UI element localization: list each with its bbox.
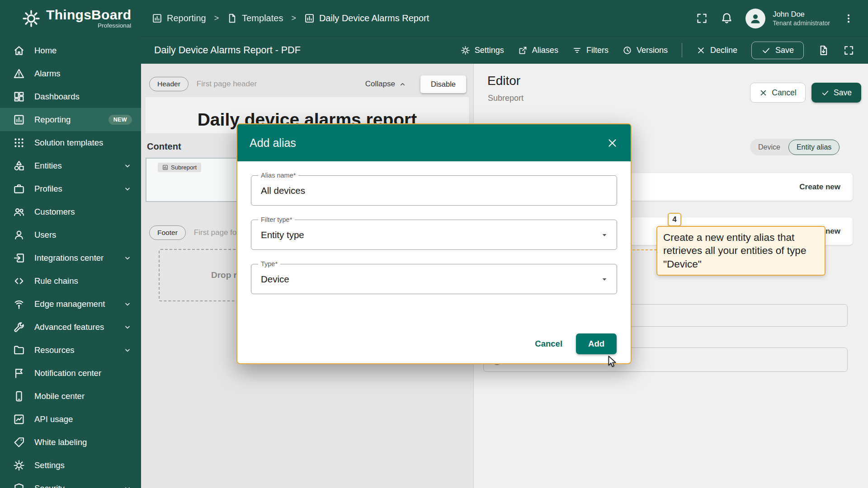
- toolbar-action-label: Versions: [637, 46, 668, 55]
- sidebar-item-label: Customers: [34, 207, 132, 217]
- editor-save-button[interactable]: Save: [811, 83, 861, 103]
- check-icon: [821, 89, 830, 97]
- brand[interactable]: ThingsBoard Professional: [0, 8, 152, 29]
- top-app-bar: ThingsBoard Professional Reporting>Templ…: [0, 0, 868, 37]
- reporting-icon: [152, 13, 162, 23]
- sidebar-item-label: Edge management: [34, 299, 113, 309]
- sidebar-item-notification-center[interactable]: Notification center: [0, 361, 141, 385]
- header-section-chip[interactable]: Header: [149, 77, 189, 91]
- chevron-down-icon: [123, 300, 132, 309]
- tutorial-tooltip: Create a new entity alias that retrieves…: [656, 226, 826, 276]
- sidebar-item-profiles[interactable]: Profiles: [0, 177, 141, 200]
- sidebar-item-customers[interactable]: Customers: [0, 200, 141, 223]
- dropdown-caret-icon: [599, 230, 609, 240]
- toolbar-versions-button[interactable]: Versions: [623, 46, 668, 55]
- dropdown-caret-icon: [599, 274, 609, 284]
- breadcrumb-label: Daily Device Alarms Report: [319, 13, 429, 23]
- modal-field-alias-name[interactable]: Alias name* All devices: [251, 175, 617, 206]
- thingsboard-logo-icon: [22, 9, 41, 28]
- sidebar-item-label: Resources: [34, 345, 113, 355]
- sidebar: Home Alarms Dashboards Reporting NEW Sol…: [0, 37, 141, 488]
- report-doc-icon: [304, 13, 315, 23]
- subreport-icon: [162, 164, 168, 170]
- create-new-link[interactable]: Create new: [799, 183, 840, 192]
- header-section-hint: First page header: [197, 80, 257, 89]
- sidebar-item-rule-chains[interactable]: Rule chains: [0, 269, 141, 292]
- breadcrumb-reporting[interactable]: Reporting: [152, 13, 206, 23]
- toggle-option-device[interactable]: Device: [750, 140, 788, 155]
- editor-subtitle: Subreport: [488, 94, 524, 103]
- gear-icon: [461, 46, 470, 55]
- close-icon: [696, 46, 706, 55]
- breadcrumb-separator: >: [291, 14, 296, 23]
- topbar-actions: John Doe Tenant administrator: [696, 9, 868, 28]
- sidebar-item-integrations-center[interactable]: Integrations center: [0, 246, 141, 269]
- entities-icon: [13, 160, 25, 172]
- profiles-icon: [13, 183, 25, 195]
- alarms-icon: [13, 68, 25, 80]
- chevron-down-icon: [123, 484, 132, 488]
- sidebar-item-resources[interactable]: Resources: [0, 338, 141, 361]
- fullscreen-icon[interactable]: [696, 12, 708, 24]
- collapse-button[interactable]: Collapse: [365, 80, 407, 89]
- sidebar-item-label: Settings: [34, 460, 132, 470]
- sidebar-item-reporting[interactable]: Reporting NEW: [0, 108, 141, 131]
- sidebar-item-label: Profiles: [34, 184, 113, 194]
- sidebar-item-settings[interactable]: Settings: [0, 454, 141, 477]
- sidebar-item-solution-templates[interactable]: Solution templates: [0, 131, 141, 154]
- toggle-option-entity-alias[interactable]: Entity alias: [788, 140, 840, 155]
- chevron-up-icon: [398, 80, 407, 89]
- toolbar-aliases-button[interactable]: Aliases: [518, 46, 558, 55]
- solution-templates-icon: [13, 137, 25, 149]
- mouse-cursor: [606, 355, 618, 368]
- toolbar-save-button[interactable]: Save: [751, 42, 804, 59]
- close-icon: [759, 89, 768, 97]
- footer-section-chip[interactable]: Footer: [149, 225, 186, 240]
- avatar[interactable]: [745, 9, 765, 28]
- modal-field-type[interactable]: Type* Device: [251, 264, 617, 294]
- sidebar-item-dashboards[interactable]: Dashboards: [0, 85, 141, 108]
- sidebar-item-advanced-features[interactable]: Advanced features: [0, 315, 141, 338]
- toolbar-settings-button[interactable]: Settings: [461, 46, 504, 55]
- toolbar-filters-button[interactable]: Filters: [572, 46, 609, 55]
- brand-text: ThingsBoard Professional: [46, 8, 131, 29]
- dialog-add-button[interactable]: Add: [576, 333, 617, 354]
- breadcrumb-separator: >: [214, 14, 219, 23]
- sidebar-item-users[interactable]: Users: [0, 223, 141, 246]
- sidebar-item-label: Dashboards: [34, 92, 132, 102]
- sidebar-item-edge-management[interactable]: Edge management: [0, 292, 141, 315]
- sidebar-item-alarms[interactable]: Alarms: [0, 62, 141, 85]
- history-icon: [623, 46, 632, 55]
- sidebar-item-label: Rule chains: [34, 276, 132, 286]
- breadcrumb-daily-device-alarms-report[interactable]: Daily Device Alarms Report: [304, 13, 429, 23]
- tutorial-step-badge: 4: [668, 213, 681, 226]
- reporting-icon: [13, 114, 25, 126]
- toolbar-action-label: Aliases: [532, 46, 558, 55]
- sidebar-item-security[interactable]: Security: [0, 477, 141, 488]
- modal-field-filter-type[interactable]: Filter type* Entity type: [251, 220, 617, 250]
- editor-cancel-label: Cancel: [772, 88, 796, 98]
- breadcrumb-templates[interactable]: Templates: [227, 13, 283, 23]
- sidebar-item-home[interactable]: Home: [0, 39, 141, 62]
- dialog-cancel-button[interactable]: Cancel: [535, 339, 562, 349]
- sidebar-item-mobile-center[interactable]: Mobile center: [0, 385, 141, 408]
- sidebar-item-api-usage[interactable]: API usage: [0, 408, 141, 431]
- notifications-bell-icon[interactable]: [721, 12, 733, 24]
- resources-icon: [13, 344, 25, 356]
- mobile-icon: [13, 390, 25, 402]
- disable-button[interactable]: Disable: [420, 75, 466, 93]
- check-icon: [761, 46, 771, 55]
- editor-cancel-button[interactable]: Cancel: [750, 83, 806, 103]
- kebab-menu-icon[interactable]: [843, 13, 854, 24]
- toolbar-decline-button[interactable]: Decline: [696, 46, 737, 55]
- close-icon[interactable]: [606, 137, 618, 149]
- sidebar-item-label: Home: [34, 46, 132, 56]
- templates-icon: [227, 13, 237, 23]
- user-info[interactable]: John Doe Tenant administrator: [773, 9, 830, 28]
- sidebar-item-label: Mobile center: [34, 391, 132, 401]
- sidebar-item-white-labeling[interactable]: White labeling: [0, 431, 141, 454]
- sidebar-item-entities[interactable]: Entities: [0, 154, 141, 177]
- toolbar-fullscreen-icon[interactable]: [843, 45, 854, 56]
- export-report-icon[interactable]: [818, 45, 829, 56]
- rule-chains-icon: [13, 275, 25, 287]
